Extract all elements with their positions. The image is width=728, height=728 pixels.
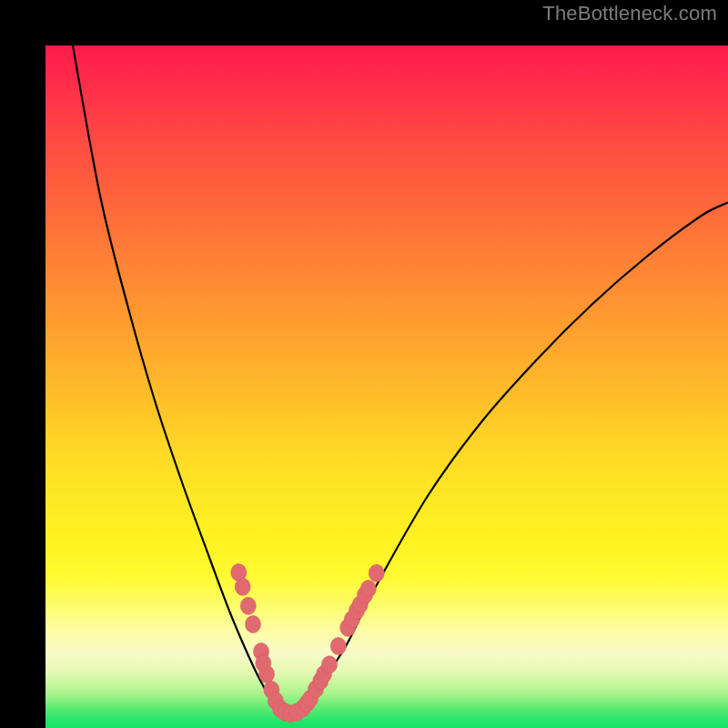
curve-marker <box>360 581 376 598</box>
curve-marker <box>322 656 338 673</box>
curve-marker <box>330 638 346 655</box>
curve-marker <box>240 597 256 614</box>
curve-marker <box>246 616 261 633</box>
curve-marker <box>259 665 275 682</box>
watermark-label: TheBottleneck.com <box>542 2 717 25</box>
plot-area <box>46 46 728 728</box>
bottleneck-curve <box>73 46 728 714</box>
curve-layer <box>46 46 728 728</box>
curve-marker <box>369 564 384 581</box>
marker-group <box>231 564 384 723</box>
curve-marker <box>235 578 250 595</box>
chart-frame <box>23 23 705 705</box>
